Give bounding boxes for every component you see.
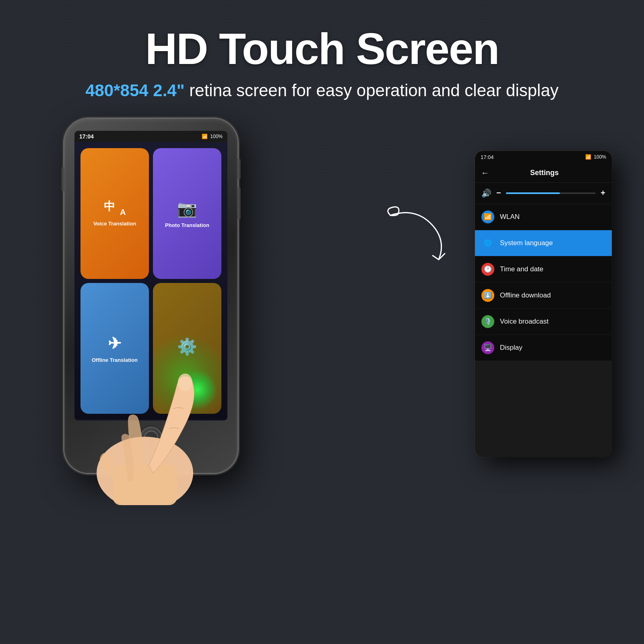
settings-wifi-icon: 📶 bbox=[585, 154, 591, 160]
volume-minus-button[interactable]: − bbox=[496, 188, 501, 198]
photo-translation-app[interactable]: 📷 Photo Translation bbox=[153, 148, 221, 279]
battery-icon: 100% bbox=[210, 134, 223, 139]
wlan-label: WLAN bbox=[500, 213, 520, 221]
subtitle-highlight: 480*854 2.4" bbox=[85, 81, 184, 100]
screen-status-bar: 17:04 📶 100% bbox=[74, 131, 227, 142]
time-date-icon: 🕐 bbox=[481, 263, 494, 276]
volume-slider[interactable] bbox=[506, 192, 596, 194]
system-language-label: System language bbox=[500, 239, 553, 247]
offline-download-label: Offline download bbox=[500, 291, 551, 299]
settings-title: Settings bbox=[495, 169, 594, 177]
content-area: 17:04 📶 100% Voice Translation bbox=[0, 119, 644, 561]
status-time: 17:04 bbox=[79, 133, 94, 140]
hand-container bbox=[64, 304, 233, 505]
voice-broadcast-label: Voice broadcast bbox=[500, 318, 549, 326]
translate-icon bbox=[104, 199, 126, 217]
offline-download-icon: ⬇️ bbox=[481, 289, 494, 302]
battery-text: 100% bbox=[210, 134, 223, 139]
display-icon: 🖥️ bbox=[481, 341, 494, 354]
settings-panel: 17:04 📶 100% ← Settings 🔊 − + 📶 WLAN bbox=[475, 151, 612, 457]
header-section: HD Touch Screen 480*854 2.4" retina scre… bbox=[85, 24, 559, 103]
settings-item-offline-download[interactable]: ⬇️ Offline download bbox=[475, 283, 612, 309]
volume-icon: 🔊 bbox=[481, 188, 491, 198]
volume-plus-button[interactable]: + bbox=[601, 188, 605, 198]
photo-translation-label: Photo Translation bbox=[165, 222, 209, 229]
settings-item-system-language[interactable]: 🌐 System language bbox=[475, 230, 612, 256]
subtitle: 480*854 2.4" retina screen for easy oper… bbox=[85, 79, 559, 103]
voice-broadcast-icon: 🎙️ bbox=[481, 315, 494, 328]
settings-item-voice-broadcast[interactable]: 🎙️ Voice broadcast bbox=[475, 309, 612, 335]
arrow-decoration bbox=[382, 199, 463, 273]
arrow-svg bbox=[382, 199, 463, 272]
settings-status-bar: 17:04 📶 100% bbox=[475, 151, 612, 163]
camera-icon: 📷 bbox=[177, 198, 197, 219]
voice-translation-app[interactable]: Voice Translation bbox=[80, 148, 149, 279]
phone-device: 17:04 📶 100% Voice Translation bbox=[64, 119, 266, 505]
phone-side-button-right-top bbox=[237, 159, 241, 179]
settings-item-display[interactable]: 🖥️ Display bbox=[475, 335, 612, 361]
time-date-label: Time and date bbox=[500, 265, 543, 273]
settings-status-time: 17:04 bbox=[481, 154, 494, 160]
volume-fill bbox=[506, 192, 560, 194]
settings-item-wlan[interactable]: 📶 WLAN bbox=[475, 204, 612, 230]
hand-svg bbox=[64, 304, 233, 505]
wlan-icon: 📶 bbox=[481, 211, 494, 223]
display-label: Display bbox=[500, 344, 522, 352]
svg-rect-1 bbox=[113, 465, 177, 505]
volume-control: 🔊 − + bbox=[475, 183, 612, 204]
wifi-icon: 📶 bbox=[202, 134, 208, 139]
phone-side-button-right-bottom bbox=[237, 187, 241, 219]
svg-point-2 bbox=[178, 374, 192, 391]
voice-translation-label: Voice Translation bbox=[93, 221, 136, 227]
phone-side-button-left bbox=[61, 167, 64, 191]
back-button[interactable]: ← bbox=[481, 168, 489, 178]
status-icons: 📶 100% bbox=[202, 134, 223, 139]
system-language-icon: 🌐 bbox=[481, 237, 494, 250]
settings-header: ← Settings bbox=[475, 163, 612, 183]
settings-item-time-date[interactable]: 🕐 Time and date bbox=[475, 256, 612, 283]
subtitle-rest: retina screen for easy operation and cle… bbox=[185, 81, 559, 100]
main-title: HD Touch Screen bbox=[85, 24, 559, 73]
settings-status-icons: 📶 100% bbox=[585, 154, 606, 160]
settings-battery: 100% bbox=[594, 154, 606, 160]
